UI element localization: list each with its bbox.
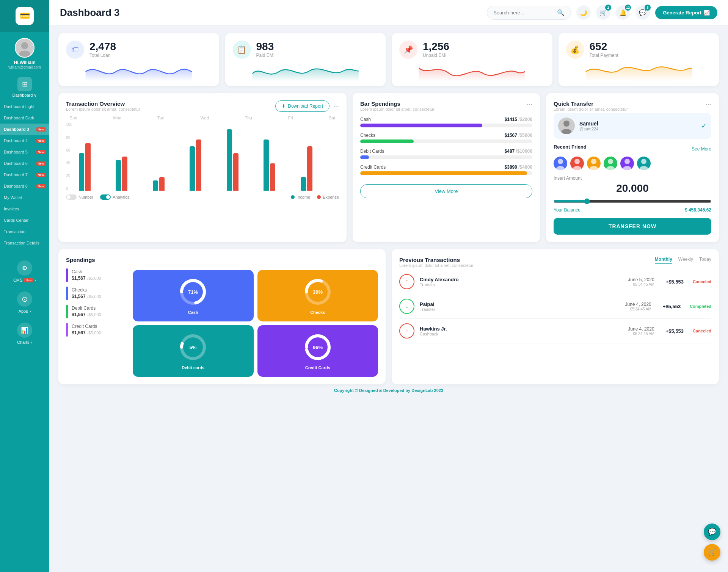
unpaid-emi-number: 1,256 [423, 41, 449, 53]
search-input[interactable] [493, 10, 554, 16]
total-payment-wave [566, 60, 712, 81]
support-float-btn[interactable]: 💬 [704, 523, 720, 540]
pt-name: Paipal [420, 301, 435, 307]
cart-btn[interactable]: 🛒 2 [596, 5, 610, 20]
paid-emi-icon: 📋 [233, 41, 251, 59]
legend-expense: Expense [317, 195, 339, 199]
bar-group [79, 143, 113, 191]
download-icon: ⬇ [282, 103, 286, 109]
sidebar-item-my-wallet[interactable]: My Wallet [0, 192, 49, 203]
spending-item: Debit Cards $1,567 /$5,000 [66, 305, 127, 318]
stat-card-unpaid-emi: 📌 1,256 Unpaid EMI [392, 33, 552, 86]
pt-time: 05:34:45 AM [464, 282, 654, 287]
balance-value: $ 456,345.62 [685, 207, 711, 213]
charts-group: 📊 Charts › [0, 317, 49, 348]
sidebar-item-dashboard-6[interactable]: Dashboard 6 New [0, 158, 49, 169]
bar-teal [264, 139, 269, 191]
pt-time: 05:34:45 AM [441, 307, 651, 311]
cart-float-btn[interactable]: 🛒 [704, 544, 720, 561]
sidebar-item-dashboard-3[interactable]: Dashboard 3 New [0, 124, 49, 135]
friend-1-avatar[interactable] [554, 157, 567, 170]
donut-checks: 30% Checks [257, 270, 378, 321]
transfer-now-button[interactable]: TRANSFER NOW [554, 218, 711, 235]
bar-red [159, 177, 165, 191]
spend-bar-bg [360, 155, 532, 159]
charts-icon-btn[interactable]: 📊 [17, 323, 32, 338]
bar-red [85, 143, 91, 191]
sidebar-item-dashboard-5[interactable]: Dashboard 5 New [0, 146, 49, 158]
spending-total: /$5,000 [87, 294, 101, 299]
quick-transfer-menu[interactable]: ··· [706, 100, 711, 108]
apps-label[interactable]: Apps › [19, 309, 31, 313]
sidebar-item-cards-center[interactable]: Cards Center [0, 215, 49, 226]
dashboard-icon[interactable]: ⊞ [17, 77, 32, 91]
donut-svg: 96% [303, 332, 333, 362]
spend-row: Cash $1415 /$2000 [360, 117, 532, 127]
bar-teal [190, 146, 195, 191]
transaction-overview-menu[interactable]: ··· [333, 102, 339, 110]
sidebar-item-dashboard-7[interactable]: Dashboard 7 New [0, 169, 49, 180]
sidebar-email: william@gmail.com [8, 65, 41, 69]
analytics-toggle[interactable] [100, 194, 111, 200]
tab-today[interactable]: Today [699, 257, 711, 264]
spending-item: Cash $1,567 /$5,000 [66, 268, 127, 282]
cms-label[interactable]: CMS New › [13, 278, 36, 282]
middle-row: Transaction Overview Lorem ipsum dolor s… [58, 93, 719, 242]
footer-brand[interactable]: DexignLab [411, 388, 433, 393]
svg-point-11 [606, 166, 615, 170]
amount-slider[interactable] [554, 198, 711, 204]
sidebar-item-dashboard-8[interactable]: Dashboard 8 New [0, 180, 49, 192]
pt-amount: +$5,553 [663, 304, 681, 309]
friend-6-avatar[interactable] [637, 157, 651, 170]
sidebar-item-invoices[interactable]: Invoices [0, 203, 49, 215]
friend-5-avatar[interactable] [620, 157, 634, 170]
download-report-button[interactable]: ⬇ Download Report [275, 100, 329, 112]
svg-point-3 [562, 129, 571, 134]
donut-cash: 71% Cash [133, 270, 254, 321]
legend-number: Number [66, 194, 93, 200]
search-box[interactable]: 🔍 [487, 6, 571, 20]
sidebar-item-dashboard-light[interactable]: Dashboard Light [0, 101, 49, 112]
bar-group [264, 139, 298, 191]
spend-label: Debit Cards [360, 149, 384, 154]
svg-text:5%: 5% [190, 345, 197, 350]
sidebar-item-dashboard-4[interactable]: Dashboard 4 New [0, 135, 49, 146]
friend-4-avatar[interactable] [604, 157, 617, 170]
sidebar-item-transaction-details[interactable]: Transaction Details [0, 237, 49, 249]
badge-dashboard-4: New [36, 139, 46, 143]
spend-amount: $1567 /$5000 [505, 133, 532, 138]
generate-report-button[interactable]: Generate Report 📈 [655, 6, 717, 19]
sidebar-user: Hi,William william@gmail.com [8, 32, 41, 73]
sidebar-item-transaction[interactable]: Transaction [0, 226, 49, 237]
search-icon: 🔍 [557, 9, 565, 16]
tab-monthly[interactable]: Monthly [655, 257, 672, 264]
apps-icon-btn[interactable]: ⊙ [17, 291, 32, 307]
donut-svg: 71% [178, 277, 208, 307]
number-toggle[interactable] [66, 194, 77, 200]
bar-teal [79, 153, 84, 191]
charts-label[interactable]: Charts › [17, 340, 32, 345]
spending-item: Credit Cards $1,567 /$5,000 [66, 323, 127, 337]
bar-chart: Sun Mon Tue Wed Thu Fri Sat 100806040200 [66, 116, 339, 191]
view-more-button[interactable]: View More [360, 184, 532, 198]
bar-spendings-menu[interactable]: ··· [527, 100, 532, 108]
badge-dashboard-5: New [36, 150, 46, 154]
tab-weekly[interactable]: Weekly [678, 257, 693, 264]
spending-color-bar [66, 323, 68, 337]
donut-svg: 30% [303, 277, 333, 307]
friend-3-avatar[interactable] [587, 157, 601, 170]
friend-2-avatar[interactable] [570, 157, 584, 170]
dashboard-label[interactable]: Dashboard ∨ [13, 93, 37, 98]
theme-toggle-btn[interactable]: 🌙 [576, 5, 591, 20]
see-more-link[interactable]: See More [692, 146, 711, 152]
transfer-amount: 20.000 [554, 182, 711, 194]
bell-btn[interactable]: 🔔 12 [616, 5, 630, 20]
svg-point-4 [558, 159, 563, 164]
spend-row: Debit Cards $487 /$10000 [360, 149, 532, 159]
sidebar-item-dashboard-dark[interactable]: Dashboard Dark [0, 112, 49, 124]
spending-amount: $1,567 [72, 276, 86, 281]
spend-bar-bg [360, 139, 532, 143]
cms-icon-btn[interactable]: ⚙ [17, 260, 32, 276]
chat-btn[interactable]: 💬 5 [635, 5, 650, 20]
bar-red [196, 139, 201, 191]
